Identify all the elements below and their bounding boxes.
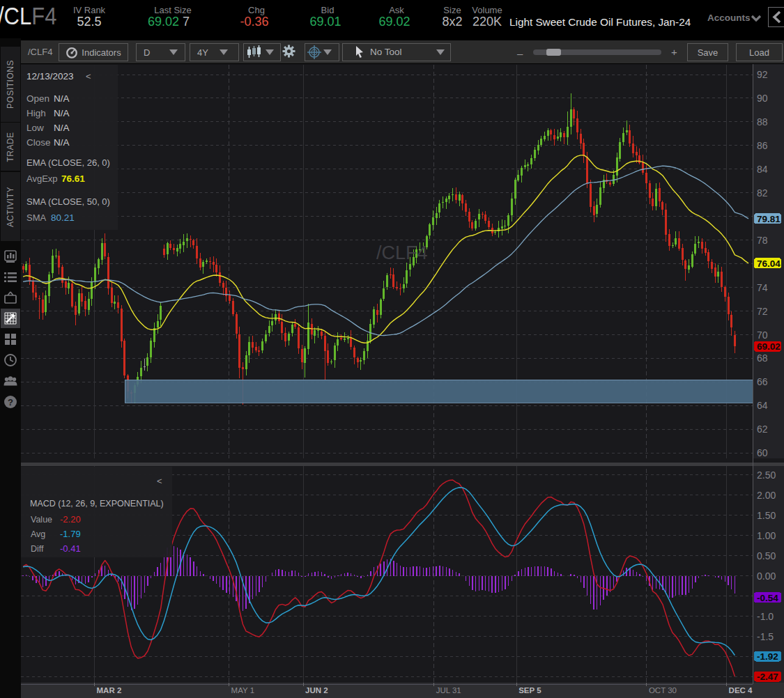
svg-text:68: 68 <box>757 352 768 364</box>
svg-text:1.50: 1.50 <box>757 510 776 521</box>
svg-text:86: 86 <box>757 140 768 151</box>
svg-text:60: 60 <box>757 447 768 458</box>
svg-text:76.04: 76.04 <box>757 258 781 269</box>
svg-text:82: 82 <box>757 187 768 199</box>
svg-text:AvgExp: AvgExp <box>26 173 58 184</box>
svg-text:74: 74 <box>757 282 768 293</box>
svg-text:N/A: N/A <box>54 123 70 133</box>
svg-text:/CLF4: /CLF4 <box>376 242 428 263</box>
svg-text:N/A: N/A <box>54 137 70 148</box>
svg-text:78: 78 <box>757 235 768 246</box>
svg-text:88: 88 <box>757 116 768 127</box>
svg-text:90: 90 <box>757 93 768 104</box>
svg-text:2.50: 2.50 <box>757 470 776 481</box>
svg-text:<: < <box>157 476 162 486</box>
svg-text:-2.47: -2.47 <box>757 672 778 682</box>
svg-text:-0.54: -0.54 <box>757 593 778 603</box>
svg-text:MACD (12, 26, 9, EXPONENTIAL): MACD (12, 26, 9, EXPONENTIAL) <box>30 499 164 509</box>
svg-text:2.00: 2.00 <box>757 490 776 501</box>
svg-text:SMA (CLOSE, 50, 0): SMA (CLOSE, 50, 0) <box>26 196 110 207</box>
svg-text:69.02: 69.02 <box>757 341 781 352</box>
svg-text:80.21: 80.21 <box>51 212 75 223</box>
svg-text:DEC 4: DEC 4 <box>729 686 753 695</box>
svg-text:MAY 1: MAY 1 <box>231 686 254 695</box>
svg-text:High: High <box>26 108 46 118</box>
svg-text:62: 62 <box>757 424 768 435</box>
svg-text:Value: Value <box>31 515 52 525</box>
svg-text:Diff: Diff <box>31 544 44 554</box>
svg-text:JUL 31: JUL 31 <box>436 686 461 695</box>
svg-text:12/13/2023: 12/13/2023 <box>26 71 74 82</box>
svg-text:-1.92: -1.92 <box>757 651 778 662</box>
svg-text:70: 70 <box>757 329 768 341</box>
svg-text:0.00: 0.00 <box>757 571 776 582</box>
svg-text:OCT 30: OCT 30 <box>649 686 677 695</box>
svg-text:-1.0: -1.0 <box>757 611 774 622</box>
svg-text:SMA: SMA <box>26 212 47 223</box>
svg-text:Avg: Avg <box>31 529 45 539</box>
svg-text:MAR 2: MAR 2 <box>97 686 122 695</box>
svg-text:-2.20: -2.20 <box>60 514 81 525</box>
svg-text:<: < <box>86 71 91 82</box>
svg-text:?: ? <box>8 397 13 408</box>
svg-text:SEP 5: SEP 5 <box>518 686 541 695</box>
svg-text:79.81: 79.81 <box>757 214 781 224</box>
svg-text:N/A: N/A <box>54 108 70 118</box>
svg-text:76.61: 76.61 <box>61 173 85 184</box>
svg-text:1.00: 1.00 <box>757 530 776 541</box>
svg-text:EMA (CLOSE, 26, 0): EMA (CLOSE, 26, 0) <box>26 157 110 168</box>
svg-text:66: 66 <box>757 376 768 387</box>
svg-text:Low: Low <box>26 123 44 133</box>
svg-text:N/A: N/A <box>54 93 70 104</box>
svg-text:0.50: 0.50 <box>757 550 776 561</box>
svg-text:84: 84 <box>757 164 768 175</box>
svg-text:-1.5: -1.5 <box>757 631 774 642</box>
svg-text:Open: Open <box>26 93 49 104</box>
svg-text:Close: Close <box>26 137 51 148</box>
svg-text:72: 72 <box>757 306 768 317</box>
svg-text:-1.79: -1.79 <box>60 529 81 539</box>
svg-text:JUN 2: JUN 2 <box>305 686 328 695</box>
svg-text:92: 92 <box>757 69 768 80</box>
svg-text:-0.41: -0.41 <box>60 543 81 554</box>
svg-text:64: 64 <box>757 400 768 411</box>
